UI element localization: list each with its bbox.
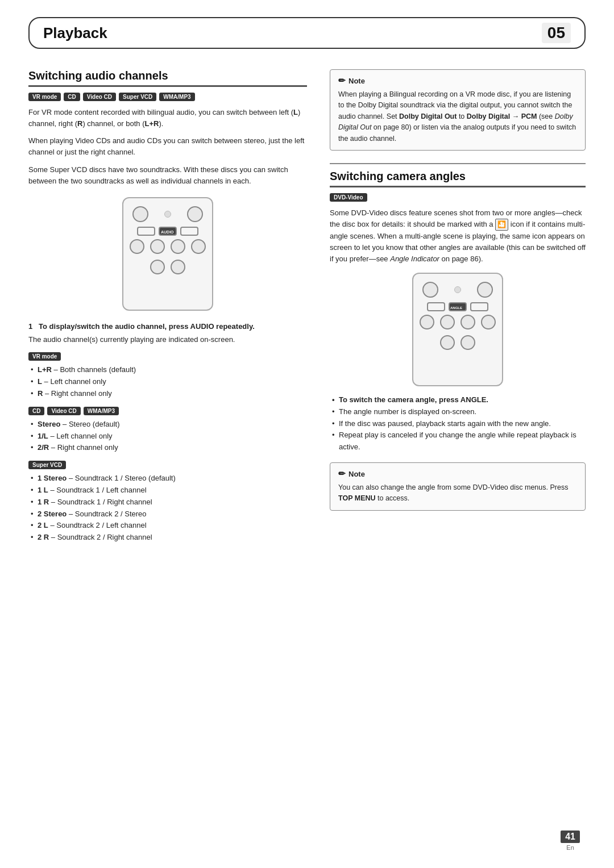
- note-title-2: ✏ Note: [338, 469, 577, 479]
- left-column: Switching audio channels VR mode CD Vide…: [28, 69, 307, 548]
- cam-dot-center: [454, 286, 461, 293]
- vr-mode-bullets: L+R – Both channels (default) L – Left c…: [28, 364, 307, 399]
- cam-remote-top: [422, 282, 493, 298]
- remote-mid-row: AUDIO: [137, 227, 198, 236]
- remote-top-area: [132, 206, 203, 222]
- remote-btn-2: [150, 239, 165, 254]
- badge-video-cd-sub: Video CD: [47, 407, 80, 415]
- remote-btn-1: [130, 239, 144, 254]
- vr-bullet-2: L – Left channel only: [28, 376, 307, 388]
- cd-bullet-2: 1/L – Left channel only: [28, 431, 307, 443]
- vr-bullet-3: R – Right channel only: [28, 388, 307, 400]
- note-icon-1: ✏: [338, 76, 346, 86]
- svcd-bullet-1: 1 Stereo – Soundtrack 1 / Stereo (defaul…: [28, 473, 307, 485]
- super-vcd-bullets: 1 Stereo – Soundtrack 1 / Stereo (defaul…: [28, 473, 307, 544]
- page-number: 41: [561, 831, 580, 843]
- note-label-2: Note: [349, 470, 365, 478]
- super-vcd-badge-row: Super VCD: [28, 461, 307, 469]
- cam-btn-6: [460, 335, 475, 350]
- badge-cd: CD: [64, 93, 80, 101]
- cam-rect-angle-active: ANGLE: [449, 302, 467, 311]
- badge-dvd-video: DVD-Video: [330, 193, 367, 202]
- remote-device-camera: ANGLE: [412, 273, 503, 386]
- cam-btn-3: [460, 315, 475, 329]
- angle-icon: 🎦: [495, 219, 508, 231]
- badge-vr-mode: VR mode: [28, 93, 61, 101]
- audio-instruction: 1 To display/switch the audio channel, p…: [28, 321, 307, 332]
- header-bar: Playback 05: [28, 17, 586, 49]
- audio-intro-3: Some Super VCD discs have two soundtrack…: [28, 164, 307, 187]
- remote-circle-right: [187, 206, 203, 222]
- remote-rect-3: [180, 227, 198, 236]
- remote-btn-3: [171, 239, 185, 254]
- two-column-layout: Switching audio channels VR mode CD Vide…: [28, 69, 586, 548]
- cam-rect-3: [470, 302, 488, 311]
- cam-btn-4: [481, 315, 496, 329]
- remote-dot-center: [164, 211, 171, 218]
- badge-cd-sub: CD: [28, 407, 44, 415]
- remote-device: AUDIO: [122, 197, 213, 311]
- remote-btn-6: [171, 260, 185, 274]
- badge-wma-mp3: WMA/MP3: [159, 93, 194, 101]
- remote-circle-left: [132, 206, 148, 222]
- remote-btn-4: [191, 239, 206, 254]
- chapter-number: 05: [542, 23, 571, 43]
- note-box-2: ✏ Note You can also change the angle fro…: [330, 462, 586, 511]
- right-column: ✏ Note When playing a Bilingual recordin…: [330, 69, 586, 548]
- svcd-bullet-5: 2 L – Soundtrack 2 / Left channel: [28, 520, 307, 532]
- cam-btn-1: [420, 315, 434, 329]
- vr-bullet-1: L+R – Both channels (default): [28, 364, 307, 376]
- note-label-1: Note: [349, 77, 365, 85]
- remote-btn-5: [150, 260, 165, 274]
- cam-bottom: [418, 315, 497, 350]
- cam-rect-1: [427, 302, 445, 311]
- camera-bullet-3: Repeat play is canceled if you change th…: [330, 429, 586, 453]
- remote-rect-1: [137, 227, 155, 236]
- cam-btn-2: [440, 315, 455, 329]
- badge-super-vcd: Super VCD: [119, 93, 156, 101]
- svcd-bullet-2: 1 L – Soundtrack 1 / Left channel: [28, 485, 307, 496]
- cd-bullet-3: 2/R – Right channel only: [28, 442, 307, 454]
- audio-intro-2: When playing Video CDs and audio CDs you…: [28, 135, 307, 158]
- svcd-bullet-3: 1 R – Soundtrack 1 / Right channel: [28, 496, 307, 508]
- note-text-1: When playing a Bilingual recording on a …: [338, 89, 577, 144]
- camera-intro: Some DVD-Video discs feature scenes shot…: [330, 207, 586, 265]
- cam-circle-right: [477, 282, 493, 298]
- remote-image-camera: ANGLE: [412, 273, 503, 386]
- switching-camera-title: Switching camera angles: [330, 170, 586, 187]
- camera-bullet-2: If the disc was paused, playback starts …: [330, 418, 586, 430]
- camera-bullet-header: To switch the camera angle, press ANGLE.: [330, 394, 586, 406]
- page-lang: En: [566, 844, 574, 851]
- badge-wma-mp3-sub: WMA/MP3: [84, 407, 119, 415]
- cam-btn-5: [440, 335, 455, 350]
- remote-rect-audio-active: AUDIO: [159, 227, 177, 236]
- svcd-bullet-4: 2 Stereo – Soundtrack 2 / Stereo: [28, 508, 307, 520]
- note-text-2: You can also change the angle from some …: [338, 482, 577, 504]
- section-divider-camera: [330, 163, 586, 164]
- switching-audio-title: Switching audio channels: [28, 69, 307, 87]
- svcd-bullet-6: 2 R – Soundtrack 2 / Right channel: [28, 532, 307, 544]
- badge-super-vcd-sub: Super VCD: [28, 461, 66, 469]
- audio-intro-1: For VR mode content recorded with biling…: [28, 107, 307, 130]
- camera-bullet-1: The angle number is displayed on-screen.: [330, 406, 586, 418]
- audio-instruction-detail: The audio channel(s) currently playing a…: [28, 334, 307, 345]
- camera-bullets: To switch the camera angle, press ANGLE.…: [330, 394, 586, 453]
- cam-mid-row: ANGLE: [427, 302, 488, 311]
- note-box-1: ✏ Note When playing a Bilingual recordin…: [330, 69, 586, 151]
- page-container: Playback 05 Switching audio channels VR …: [0, 0, 614, 868]
- cd-bullets: Stereo – Stereo (default) 1/L – Left cha…: [28, 419, 307, 454]
- remote-bottom-area: [128, 239, 208, 274]
- badge-video-cd: Video CD: [83, 93, 116, 101]
- note-icon-2: ✏: [338, 469, 346, 479]
- note-title-1: ✏ Note: [338, 76, 577, 86]
- camera-badges: DVD-Video: [330, 193, 586, 202]
- remote-image-audio: AUDIO: [122, 197, 213, 311]
- audio-badges: VR mode CD Video CD Super VCD WMA/MP3: [28, 93, 307, 101]
- cd-bullet-1: Stereo – Stereo (default): [28, 419, 307, 431]
- page-title: Playback: [43, 24, 107, 42]
- vr-mode-badge-row: VR mode: [28, 352, 307, 361]
- cd-badge-row: CD Video CD WMA/MP3: [28, 407, 307, 415]
- cam-circle-left: [422, 282, 438, 298]
- page-footer: 41 En: [561, 831, 580, 851]
- badge-vr-mode-sub: VR mode: [28, 352, 61, 361]
